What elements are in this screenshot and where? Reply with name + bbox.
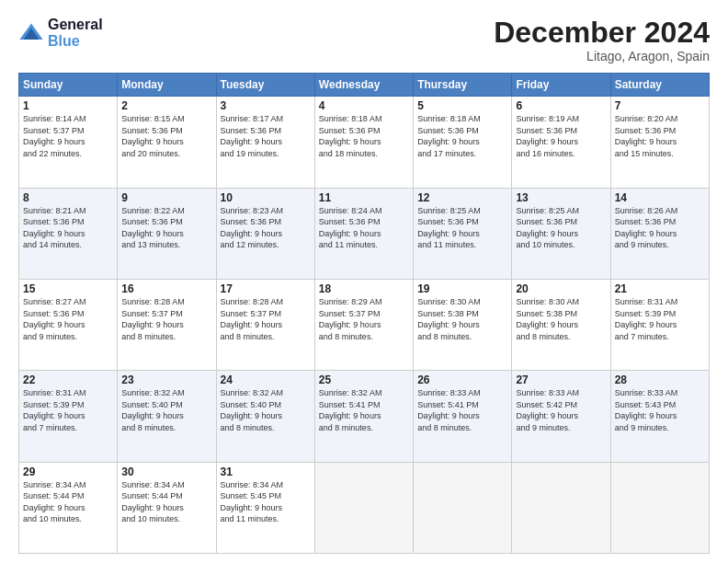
day-15: 15Sunrise: 8:27 AMSunset: 5:36 PMDayligh… bbox=[19, 279, 118, 370]
day-20: 20Sunrise: 8:30 AMSunset: 5:38 PMDayligh… bbox=[512, 279, 610, 370]
day-22: 22Sunrise: 8:31 AMSunset: 5:39 PMDayligh… bbox=[19, 371, 118, 462]
day-13: 13Sunrise: 8:25 AMSunset: 5:36 PMDayligh… bbox=[512, 188, 610, 279]
week-row-2: 8Sunrise: 8:21 AMSunset: 5:36 PMDaylight… bbox=[19, 188, 710, 279]
day-23: 23Sunrise: 8:32 AMSunset: 5:40 PMDayligh… bbox=[118, 371, 216, 462]
day-28: 28Sunrise: 8:33 AMSunset: 5:43 PMDayligh… bbox=[610, 371, 709, 462]
week-row-1: 1Sunrise: 8:14 AMSunset: 5:37 PMDaylight… bbox=[19, 97, 710, 188]
col-tuesday: Tuesday bbox=[216, 74, 314, 97]
day-2: 2Sunrise: 8:15 AMSunset: 5:36 PMDaylight… bbox=[118, 97, 216, 188]
day-12: 12Sunrise: 8:25 AMSunset: 5:36 PMDayligh… bbox=[414, 188, 512, 279]
col-sunday: Sunday bbox=[19, 74, 118, 97]
day-10: 10Sunrise: 8:23 AMSunset: 5:36 PMDayligh… bbox=[216, 188, 314, 279]
col-wednesday: Wednesday bbox=[314, 74, 413, 97]
empty-cell bbox=[314, 462, 413, 553]
empty-cell bbox=[610, 462, 709, 553]
day-7: 7Sunrise: 8:20 AMSunset: 5:36 PMDaylight… bbox=[610, 97, 709, 188]
day-21: 21Sunrise: 8:31 AMSunset: 5:39 PMDayligh… bbox=[610, 279, 709, 370]
col-thursday: Thursday bbox=[414, 74, 512, 97]
logo: General Blue bbox=[18, 17, 103, 49]
day-19: 19Sunrise: 8:30 AMSunset: 5:38 PMDayligh… bbox=[414, 279, 512, 370]
day-1: 1Sunrise: 8:14 AMSunset: 5:37 PMDaylight… bbox=[19, 97, 118, 188]
header: General Blue December 2024 Litago, Arago… bbox=[18, 17, 710, 63]
day-4: 4Sunrise: 8:18 AMSunset: 5:36 PMDaylight… bbox=[314, 97, 413, 188]
calendar-table: Sunday Monday Tuesday Wednesday Thursday… bbox=[18, 73, 710, 554]
day-9: 9Sunrise: 8:22 AMSunset: 5:36 PMDaylight… bbox=[118, 188, 216, 279]
col-saturday: Saturday bbox=[610, 74, 709, 97]
location: Litago, Aragon, Spain bbox=[494, 49, 710, 63]
logo-text: General Blue bbox=[48, 17, 103, 49]
empty-cell bbox=[512, 462, 610, 553]
week-row-3: 15Sunrise: 8:27 AMSunset: 5:36 PMDayligh… bbox=[19, 279, 710, 370]
day-26: 26Sunrise: 8:33 AMSunset: 5:41 PMDayligh… bbox=[414, 371, 512, 462]
day-5: 5Sunrise: 8:18 AMSunset: 5:36 PMDaylight… bbox=[414, 97, 512, 188]
day-11: 11Sunrise: 8:24 AMSunset: 5:36 PMDayligh… bbox=[314, 188, 413, 279]
title-block: December 2024 Litago, Aragon, Spain bbox=[494, 17, 710, 63]
day-14: 14Sunrise: 8:26 AMSunset: 5:36 PMDayligh… bbox=[610, 188, 709, 279]
day-6: 6Sunrise: 8:19 AMSunset: 5:36 PMDaylight… bbox=[512, 97, 610, 188]
day-27: 27Sunrise: 8:33 AMSunset: 5:42 PMDayligh… bbox=[512, 371, 610, 462]
month-title: December 2024 bbox=[494, 17, 710, 49]
col-friday: Friday bbox=[512, 74, 610, 97]
empty-cell bbox=[414, 462, 512, 553]
day-8: 8Sunrise: 8:21 AMSunset: 5:36 PMDaylight… bbox=[19, 188, 118, 279]
day-24: 24Sunrise: 8:32 AMSunset: 5:40 PMDayligh… bbox=[216, 371, 314, 462]
day-17: 17Sunrise: 8:28 AMSunset: 5:37 PMDayligh… bbox=[216, 279, 314, 370]
page: General Blue December 2024 Litago, Arago… bbox=[0, 0, 728, 563]
day-18: 18Sunrise: 8:29 AMSunset: 5:37 PMDayligh… bbox=[314, 279, 413, 370]
day-3: 3Sunrise: 8:17 AMSunset: 5:36 PMDaylight… bbox=[216, 97, 314, 188]
day-16: 16Sunrise: 8:28 AMSunset: 5:37 PMDayligh… bbox=[118, 279, 216, 370]
week-row-4: 22Sunrise: 8:31 AMSunset: 5:39 PMDayligh… bbox=[19, 371, 710, 462]
day-25: 25Sunrise: 8:32 AMSunset: 5:41 PMDayligh… bbox=[314, 371, 413, 462]
week-row-5: 29Sunrise: 8:34 AMSunset: 5:44 PMDayligh… bbox=[19, 462, 710, 553]
day-31: 31Sunrise: 8:34 AMSunset: 5:45 PMDayligh… bbox=[216, 462, 314, 553]
logo-icon bbox=[18, 20, 44, 46]
day-30: 30Sunrise: 8:34 AMSunset: 5:44 PMDayligh… bbox=[118, 462, 216, 553]
day-29: 29Sunrise: 8:34 AMSunset: 5:44 PMDayligh… bbox=[19, 462, 118, 553]
col-monday: Monday bbox=[118, 74, 216, 97]
weekday-header-row: Sunday Monday Tuesday Wednesday Thursday… bbox=[19, 74, 710, 97]
